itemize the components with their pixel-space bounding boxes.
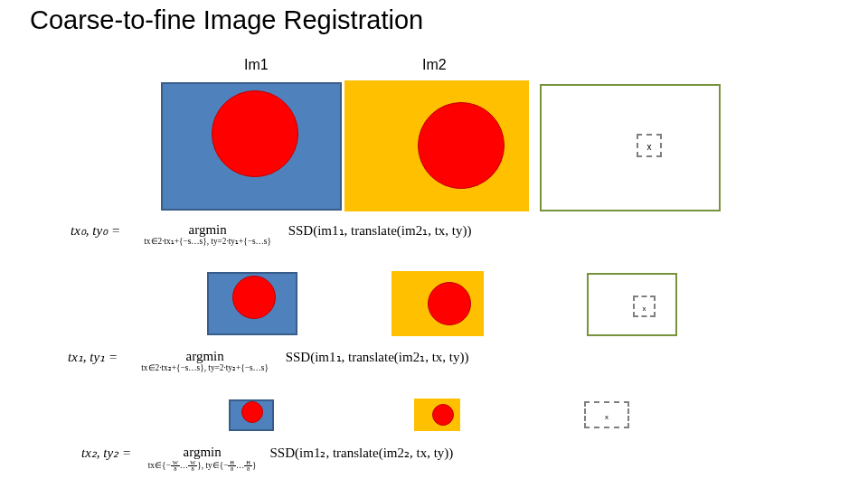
im2-circle-level0 <box>418 102 505 189</box>
im1-circle-level2 <box>241 401 263 423</box>
eq2-rhs: SSD(im1₂, translate(im2₂, tx, ty)) <box>270 446 454 460</box>
eq2-argmin: argmin tx∈{−W8…W8}, ty∈{−H8…H8} <box>148 446 257 473</box>
search-region-level2: x <box>584 401 629 428</box>
marker-x2: x <box>605 413 609 421</box>
label-im1: Im1 <box>244 57 269 73</box>
page-title: Coarse-to-fine Image Registration <box>30 5 423 35</box>
eq0-rhs: SSD(im1₁, translate(im2₁, tx, ty)) <box>288 223 472 238</box>
marker-x0: x <box>647 142 652 152</box>
search-region-level0: x <box>637 134 662 157</box>
eq1-lhs: tx₁, ty₁ = <box>68 350 118 364</box>
im2-circle-level1 <box>428 282 471 325</box>
im1-circle-level1 <box>232 276 276 319</box>
im1-circle-level0 <box>212 90 298 177</box>
im2-circle-level2 <box>432 404 454 426</box>
search-level1 <box>587 273 677 336</box>
equation-level1: tx₁, ty₁ = argmin tx∈2·tx₂+{−s…s}, ty=2·… <box>68 351 469 373</box>
eq2-lhs: tx₂, ty₂ = <box>81 446 131 460</box>
search-region-level1: x <box>633 296 656 317</box>
eq0-lhs: tx₀, ty₀ = <box>71 223 120 238</box>
eq0-argmin: argmin tx∈2·tx₁+{−s…s}, ty=2·ty₁+{−s…s} <box>144 223 271 246</box>
marker-x1: x <box>643 305 646 313</box>
eq1-argmin: argmin tx∈2·tx₂+{−s…s}, ty=2·ty₂+{−s…s} <box>141 350 269 372</box>
eq1-rhs: SSD(im1₁, translate(im2₁, tx, ty)) <box>286 350 469 364</box>
equation-level0: tx₀, ty₀ = argmin tx∈2·tx₁+{−s…s}, ty=2·… <box>71 224 472 247</box>
equation-level2: tx₂, ty₂ = argmin tx∈{−W8…W8}, ty∈{−H8…H… <box>81 446 453 474</box>
search-level0 <box>540 84 721 211</box>
label-im2: Im2 <box>422 57 447 73</box>
